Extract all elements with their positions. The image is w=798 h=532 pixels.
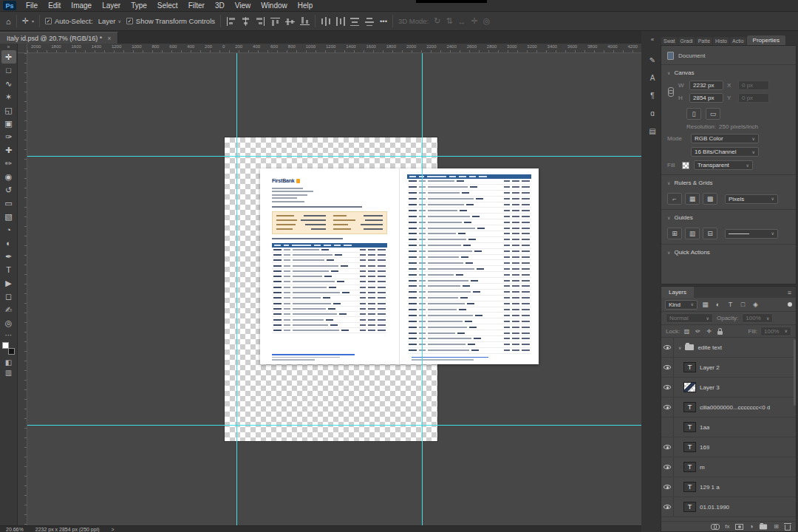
zoom-tool[interactable]: ◎ [1,316,16,330]
menu-view[interactable]: View [230,0,256,12]
layer-row-1aa[interactable]: T1aa [661,417,796,437]
shape-tool[interactable]: ◻ [1,290,16,303]
layer-visibility-eye-icon[interactable] [661,497,674,516]
filter-pixel-layers-icon[interactable]: ▦ [700,300,710,310]
canvas-fill-dropdown[interactable]: Transparent∨ [694,160,753,170]
type-tool[interactable]: T [1,263,16,276]
panel-tab-patte[interactable]: Patte [696,37,712,45]
move-tool-preset[interactable]: ✛▾ [22,16,34,26]
zoom-level-field[interactable]: 20.66% [6,527,24,532]
toggle-rulers-button[interactable]: ⌐ [667,193,682,205]
distribute-top-edges-icon[interactable] [350,17,360,26]
link-dimensions-icon[interactable] [668,87,673,97]
toggle-grid-button[interactable]: ▦ [685,193,700,205]
align-vertical-centers-icon[interactable] [285,17,295,26]
text-layer-thumbnail[interactable]: T [683,362,696,372]
auto-select-checkbox[interactable]: ✓Auto-Select: [45,17,93,25]
panel-menu-icon[interactable]: ≡ [788,289,791,296]
lock-guides-button[interactable]: ▥ [685,228,700,239]
filter-toggle-icon[interactable] [788,302,792,307]
text-layer-thumbnail[interactable]: T [683,462,696,472]
fill-dropdown[interactable]: 100%∨ [760,327,791,336]
tab-layers[interactable]: Layers [661,287,694,298]
new-layer-icon[interactable]: ⊞ [774,523,779,530]
lock-transparency-icon[interactable]: ▨ [683,327,691,335]
menu-3d[interactable]: 3D [210,0,230,12]
orientation-landscape-button[interactable]: ▭ [706,108,720,120]
frame-tool[interactable]: ▣ [1,117,16,130]
dodge-tool[interactable]: ◐ [1,236,16,250]
show-transform-controls-checkbox[interactable]: ✓Show Transform Controls [126,17,215,25]
layer-row-m[interactable]: Tm [661,457,796,477]
pen-tool[interactable]: ✒ [1,250,16,263]
document-tab[interactable]: Italy id.psd @ 20.7% (RGB/16) * × [0,32,118,44]
align-right-edges-icon[interactable] [256,17,265,26]
home-icon[interactable]: ⌂ [6,17,11,26]
opacity-dropdown[interactable]: 100%∨ [742,313,773,323]
quick-actions-section-header[interactable]: ∨ Quick Actions [661,246,796,259]
menu-edit[interactable]: Edit [43,0,66,12]
edit-toolbar-icon[interactable]: ⋯ [1,330,16,340]
align-bottom-edges-icon[interactable] [300,17,310,26]
guide-vertical-1[interactable] [236,53,237,525]
foreground-color-swatch[interactable] [2,342,9,349]
canvas-width-field[interactable]: 2232 px [689,81,723,90]
color-mode-dropdown[interactable]: RGB Color∨ [691,134,759,143]
layer-row-edite-text[interactable]: ∨edite text [661,338,796,358]
screen-mode-icon[interactable]: ▥ [1,367,16,378]
add-layer-mask-icon[interactable] [735,524,743,530]
layer-row-129-1-a[interactable]: T129 1 a [661,477,796,497]
eyedropper-tool[interactable]: ✑ [1,130,16,143]
quick-selection-tool[interactable]: ✶ [1,90,16,103]
align-top-edges-icon[interactable] [270,17,280,26]
units-dropdown[interactable]: Pixels∨ [725,194,778,204]
menu-type[interactable]: Type [126,0,152,12]
text-layer-thumbnail[interactable]: T [683,482,696,492]
align-horizontal-centers-icon[interactable] [241,17,250,26]
canvas-viewport[interactable]: FirstBank [27,53,641,525]
menu-filter[interactable]: Filter [183,0,210,12]
crop-tool[interactable]: ◱ [1,103,16,117]
auto-select-target-dropdown[interactable]: Layer∨ [98,17,121,25]
text-layer-thumbnail[interactable]: T [683,502,696,512]
quick-mask-icon[interactable]: ◧ [1,357,16,367]
layer-visibility-eye-icon[interactable] [661,437,674,457]
healing-brush-tool[interactable]: ✚ [1,143,16,157]
panel-tab-swat[interactable]: Swat [661,37,678,45]
menu-help[interactable]: Help [293,0,318,12]
brush-tool[interactable]: ✏ [1,157,16,170]
text-layer-thumbnail[interactable]: T [683,442,696,452]
ruler-vertical[interactable] [18,53,27,525]
menu-window[interactable]: Window [256,0,293,12]
expand-toolbar-icon[interactable]: » [7,44,10,50]
guide-style-dropdown[interactable]: ∨ [725,229,778,239]
brush-settings-panel-icon[interactable]: ✎ [646,51,659,69]
lasso-tool[interactable]: ∿ [1,77,16,90]
guide-horizontal-2[interactable] [27,425,641,426]
layer-visibility-eye-icon[interactable] [661,477,674,497]
layer-visibility-eye-icon[interactable] [661,358,674,377]
bit-depth-dropdown[interactable]: 16 Bits/Channel∨ [691,147,759,157]
panel-tab-actio[interactable]: Actio [730,37,746,45]
filter-shape-layers-icon[interactable]: □ [738,300,748,310]
path-selection-tool[interactable]: ▶ [1,276,16,290]
layer-row-169[interactable]: T169 [661,437,796,457]
menu-image[interactable]: Image [66,0,97,12]
blend-mode-dropdown[interactable]: Normal∨ [666,313,713,323]
layer-row-layer-2[interactable]: TLayer 2 [661,358,796,378]
distribute-vertical-centers-icon[interactable] [335,17,345,26]
ruler-horizontal[interactable]: 2000180016001400120010008006004002000200… [27,44,641,53]
new-adjustment-layer-icon[interactable]: ◑ [749,523,753,530]
distribute-middle-icon[interactable] [365,17,375,26]
rulers-grids-section-header[interactable]: ∨ Rulers & Grids [661,177,796,189]
canvas-height-field[interactable]: 2854 px [689,93,723,103]
move-tool[interactable]: ✛ [1,50,16,64]
menu-select[interactable]: Select [152,0,183,12]
blur-tool[interactable]: ◔ [1,223,16,236]
layer-visibility-empty[interactable] [661,417,674,437]
layer-row-01-01-1990[interactable]: T01.01.1990 [661,497,796,517]
align-left-edges-icon[interactable] [226,17,236,26]
filter-adjustment-layers-icon[interactable]: ◐ [713,300,723,310]
text-layer-thumbnail[interactable]: T [683,402,696,412]
layers-scrollbar[interactable] [794,339,796,406]
